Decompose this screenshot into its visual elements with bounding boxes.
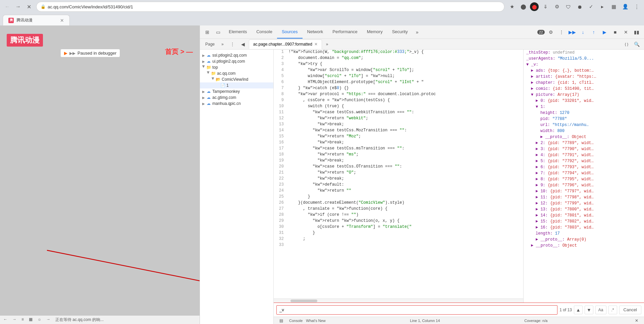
scope-item-27[interactable]: ► 14: {pid: "7801", wid… — [524, 212, 644, 218]
settings-button[interactable]: ⚙ — [546, 27, 555, 37]
format-button[interactable]: { } — [622, 40, 631, 49]
browser-tab[interactable]: 腾 腾讯动漫 ✕ — [3, 15, 70, 25]
settings-icon-1[interactable]: ⚙ — [552, 2, 561, 11]
scope-item-29[interactable]: ► 16: {pid: "7803", wid… — [524, 224, 644, 231]
puzzle-icon[interactable]: ▦ — [609, 2, 619, 11]
search-cancel-button[interactable]: Cancel — [619, 306, 641, 314]
scope-item-17[interactable]: ► 4: {pid: "7791", widt… — [524, 152, 644, 158]
scope-item-22[interactable]: ► 9: {pid: "7796", widt… — [524, 182, 644, 188]
search-input[interactable] — [276, 305, 557, 315]
tree-item-ssl[interactable]: ▶ ☁ ssl.ptlogin2.qq.com — [200, 52, 273, 58]
back-button[interactable]: ← — [3, 2, 12, 11]
tree-item-tampermonkey[interactable]: ▶ ☁ Tampermonkey — [200, 88, 273, 94]
scope-item-23[interactable]: ► 10: {pid: "7797", wid… — [524, 188, 644, 194]
match-case-button[interactable]: Aa — [595, 306, 606, 314]
close-button[interactable]: ✕ — [24, 2, 34, 11]
scope-item-31[interactable]: ► __proto__: Array(0) — [524, 237, 644, 243]
scope-item-18[interactable]: ► 5: {pid: "7792", widt… — [524, 158, 644, 164]
tree-item-top[interactable]: ▶ 📁 top — [200, 64, 273, 70]
forward-button[interactable]: → — [13, 2, 23, 11]
line-number-31: 31 — [274, 231, 287, 237]
file-tab[interactable]: ac.page.chapter...0907:formatted ✕ — [249, 40, 322, 49]
tree-item-ui[interactable]: ▶ ☁ ui.ptlogin2.qq.com — [200, 58, 273, 64]
tab-console[interactable]: Console — [252, 25, 277, 39]
checkmark-icon[interactable]: ✓ — [586, 2, 596, 11]
star-icon[interactable]: ★ — [507, 2, 517, 11]
console-icon-btn[interactable]: ▤ — [276, 316, 286, 324]
nav-layout-btn[interactable]: ▦ — [29, 317, 33, 323]
tab-performance[interactable]: Performance — [328, 25, 362, 39]
scope-item-28[interactable]: ► 15: {pid: "7802", wid… — [524, 218, 644, 224]
regex-button[interactable]: .* — [608, 306, 617, 314]
debugger-resume[interactable]: ▶ — [600, 27, 609, 37]
nav-back-btn[interactable]: ← — [3, 317, 7, 323]
debugger-step-out[interactable]: ↑ — [589, 27, 598, 37]
tree-item-file-1[interactable]: 📄 1 — [200, 82, 273, 88]
close-bottom-bar[interactable]: ✕ — [632, 316, 641, 324]
file-tab-close[interactable]: ✕ — [314, 42, 318, 47]
inspect-element-button[interactable]: ⊞ — [203, 27, 212, 37]
tab-security[interactable]: Security — [387, 25, 413, 39]
more-options-button[interactable]: ⋮ — [557, 27, 566, 37]
translate-icon[interactable]: ▸ — [598, 2, 607, 11]
tab-sources[interactable]: Sources — [277, 25, 303, 39]
address-bar[interactable]: 🔒 ac.qq.com/ComicView/index/id/531490/ci… — [36, 2, 504, 12]
tree-item-comicview[interactable]: ▶ 📂 ComicView/ind — [200, 76, 273, 82]
device-toolbar-button[interactable]: ▭ — [213, 27, 223, 37]
tree-item-ac-qq[interactable]: ▶ 📁 ac.qq.com — [200, 70, 273, 76]
scope-item-8[interactable]: ► 0: {pid: "33201", wid… — [524, 98, 644, 104]
tab-close-icon[interactable]: ✕ — [60, 18, 64, 23]
scope-item-26[interactable]: ► 13: {pid: "7800", wid… — [524, 206, 644, 212]
search-in-file-button[interactable]: 🔍 — [632, 40, 641, 49]
scope-item-5[interactable]: ► chapter: {cid: 1, cTitl… — [524, 80, 644, 86]
scope-item-2[interactable]: ▼ _v: — [524, 62, 644, 68]
more-menu-icon[interactable]: ⋮ — [632, 2, 641, 11]
extension-icon[interactable]: ⬤ — [530, 2, 539, 11]
shield-icon[interactable]: 🛡 — [564, 2, 573, 11]
nav-next-btn[interactable]: → — [46, 317, 50, 323]
code-horizontal-scrollbar[interactable] — [274, 299, 523, 303]
tree-item-ac-gtimg[interactable]: ▶ ☁ ac.gtimg.com — [200, 94, 273, 101]
download-icon[interactable]: ⇓ — [541, 2, 550, 11]
debugger-deactivate[interactable]: ■ — [610, 27, 620, 37]
tab-network[interactable]: Network — [303, 25, 328, 39]
scope-item-16[interactable]: ► 3: {pid: "7790", widt… — [524, 146, 644, 152]
nav-list-btn[interactable]: ≡ — [21, 317, 24, 323]
scope-item-24[interactable]: ► 11: {pid: "7798", wid… — [524, 194, 644, 200]
scope-item-20[interactable]: ► 7: {pid: "7794", widt… — [524, 170, 644, 176]
record-icon[interactable]: ⏺ — [575, 2, 584, 11]
scope-item-4[interactable]: ► artist: {avatar: "https:… — [524, 74, 644, 80]
scope-item-3[interactable]: ► ads: {top: {…}, bottom:… — [524, 68, 644, 74]
scope-item-6[interactable]: ► comic: {id: 531490, tit… — [524, 86, 644, 92]
search-next-button[interactable]: ▼ — [585, 306, 593, 314]
code-editor[interactable]: 1!"kw">function(W, "background:#fff176;c… — [274, 50, 523, 299]
scope-item-25[interactable]: ► 12: {pid: "7799", wid… — [524, 200, 644, 206]
more-tabs-button[interactable]: » — [413, 27, 422, 37]
scope-item-15[interactable]: ► 2: {pid: "7789", widt… — [524, 140, 644, 146]
debugger-step-over[interactable]: ▶▶ — [568, 27, 577, 37]
scope-item-9[interactable]: ▼ 1: — [524, 104, 644, 110]
more-pages-button[interactable]: » — [219, 40, 226, 48]
pause-button[interactable]: ▮▮ — [632, 27, 641, 37]
chrome-icon[interactable]: ⬤ — [519, 2, 528, 11]
scope-item-21[interactable]: ► 8: {pid: "7795", widt… — [524, 176, 644, 182]
whats-new-label[interactable]: What's New — [306, 319, 325, 323]
scope-item-32[interactable]: ► __proto__: Object — [524, 243, 644, 249]
search-prev-button[interactable]: ▲ — [574, 306, 583, 314]
more-file-tabs-button[interactable]: » — [323, 40, 331, 48]
scope-item-7[interactable]: ▼ picture: Array(17) — [524, 92, 644, 98]
close-devtools-button[interactable]: ✕ — [621, 27, 631, 37]
avatar-icon[interactable]: 👤 — [621, 2, 630, 11]
tab-memory[interactable]: Memory — [362, 25, 387, 39]
nav-forward-btn[interactable]: → — [12, 317, 16, 323]
nav-bulb-btn[interactable]: ☼ — [38, 317, 41, 323]
scope-item-19[interactable]: ► 6: {pid: "7793", widt… — [524, 164, 644, 170]
back-navigate-button[interactable]: ◀ — [238, 40, 248, 48]
tree-item-manhua[interactable]: ▶ ☁ manhua.qpic.cn — [200, 101, 273, 107]
tab-elements[interactable]: Elements — [224, 25, 252, 39]
debugger-step-into[interactable]: ↓ — [578, 27, 588, 37]
scope-item-14[interactable]: ► __proto__: Object — [524, 134, 644, 140]
page-menu-button[interactable]: ⋮ — [228, 40, 237, 48]
console-label[interactable]: Console — [289, 319, 303, 323]
page-tab-button[interactable]: Page — [203, 40, 217, 48]
